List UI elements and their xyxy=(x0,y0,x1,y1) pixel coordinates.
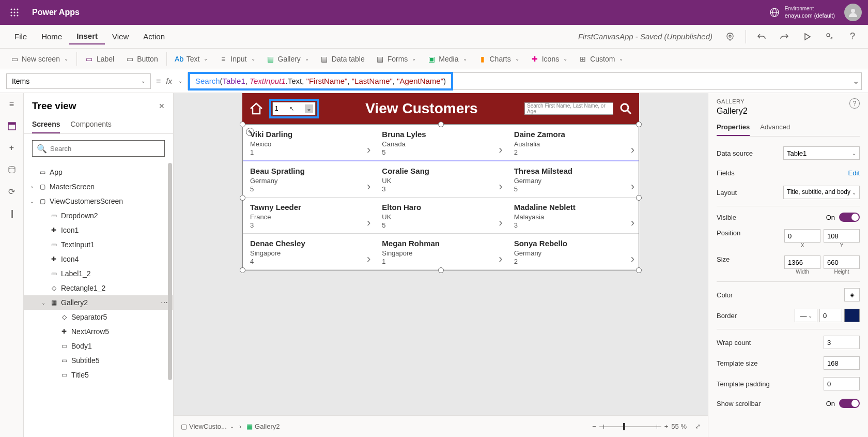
close-icon[interactable]: ✕ xyxy=(159,102,165,110)
gallery-item[interactable]: Megan RohmanSingapore1› xyxy=(375,234,506,269)
templatepadding-input[interactable]: 0 xyxy=(824,377,860,390)
chevron-right-icon[interactable]: › xyxy=(631,180,634,193)
label-button[interactable]: ▭Label xyxy=(80,53,119,65)
new-screen-button[interactable]: ▭New screen⌄ xyxy=(5,53,73,65)
tree-item[interactable]: ▭Dropdown2⋯ xyxy=(24,208,173,223)
menu-home[interactable]: Home xyxy=(34,29,69,44)
undo-icon[interactable] xyxy=(753,28,770,45)
environment-picker[interactable]: Environment enayu.com (default) xyxy=(769,5,835,19)
media-icon[interactable]: ⟳ xyxy=(6,185,18,198)
tab-components[interactable]: Components xyxy=(70,118,111,133)
scrollbar[interactable] xyxy=(168,163,172,380)
home-icon[interactable] xyxy=(249,101,264,116)
chevron-right-icon[interactable]: › xyxy=(499,143,502,157)
height-input[interactable]: 660 xyxy=(824,255,860,269)
gallery-item[interactable]: Tawny LeederFrance3› xyxy=(243,198,375,233)
gallery-selection[interactable]: ✎ Viki DarlingMexico1›Bruna LylesCanada5… xyxy=(242,124,639,270)
formula-input[interactable]: Search(Table1, TextInput1.Text, "FirstNa… xyxy=(188,72,862,90)
dropdown-control[interactable]: 1 ⌄ ↖ xyxy=(272,102,316,115)
tree-item[interactable]: ✚NextArrow5⋯ xyxy=(24,324,173,339)
tree-view-icon[interactable] xyxy=(6,120,18,132)
scrollbar-toggle[interactable] xyxy=(839,399,860,408)
redo-icon[interactable] xyxy=(776,28,793,45)
tree-item[interactable]: ▭Title5⋯ xyxy=(24,368,173,382)
play-icon[interactable] xyxy=(799,28,815,45)
wrapcount-input[interactable]: 3 xyxy=(824,336,860,349)
gallery-item[interactable]: Madaline NeblettMalayasia3› xyxy=(507,198,639,233)
chevron-right-icon[interactable]: › xyxy=(631,252,634,266)
tree-item[interactable]: ▭Body1⋯ xyxy=(24,339,173,353)
tree-item[interactable]: ✚Icon1⋯ xyxy=(24,223,173,237)
input-button[interactable]: ≡Input⌄ xyxy=(214,53,260,65)
media-button[interactable]: ▣Media⌄ xyxy=(422,53,472,65)
datasource-input[interactable]: Table1⌄ xyxy=(783,146,860,160)
gallery-item[interactable]: Viki DarlingMexico1› xyxy=(243,125,375,160)
icons-button[interactable]: ✚Icons⌄ xyxy=(525,53,572,65)
hamburger-icon[interactable]: ≡ xyxy=(6,98,18,111)
button-button[interactable]: ▭Button xyxy=(120,53,163,65)
color-picker[interactable]: ◈ xyxy=(844,288,860,302)
app-checker-icon[interactable] xyxy=(722,28,738,45)
chevron-right-icon[interactable]: › xyxy=(631,143,634,157)
chevron-right-icon[interactable]: › xyxy=(499,180,502,193)
formula-expand-icon[interactable]: ⌄ xyxy=(850,76,861,86)
tree-search-input[interactable] xyxy=(50,145,160,153)
tree-item[interactable]: ◇Rectangle1_2⋯ xyxy=(24,281,173,295)
tab-screens[interactable]: Screens xyxy=(32,118,60,133)
zoom-out-icon[interactable]: − xyxy=(592,423,596,430)
y-input[interactable]: 108 xyxy=(824,229,860,243)
property-selector[interactable]: Items⌄ xyxy=(6,73,151,89)
tree-item[interactable]: ⌄▦Gallery2⋯ xyxy=(24,295,173,310)
data-icon[interactable] xyxy=(6,163,18,176)
menu-action[interactable]: Action xyxy=(136,29,172,44)
gallery-item[interactable]: Bruna LylesCanada5› xyxy=(375,125,506,160)
help-icon[interactable]: ? xyxy=(849,98,860,109)
tree-item[interactable]: ▭TextInput1⋯ xyxy=(24,237,173,252)
gallery-item[interactable]: Daine ZamoraAustralia2› xyxy=(507,125,639,160)
gallery-item[interactable]: Elton HaroUK5› xyxy=(375,198,506,233)
waffle-icon[interactable] xyxy=(6,4,23,21)
tools-icon[interactable]: ‖ xyxy=(6,207,18,219)
tree-item[interactable]: ▭Subtitle5⋯ xyxy=(24,353,173,368)
zoom-in-icon[interactable]: + xyxy=(664,423,669,430)
chevron-right-icon[interactable]: › xyxy=(499,252,502,266)
zoom-slider[interactable] xyxy=(599,426,661,427)
border-color-swatch[interactable] xyxy=(844,309,860,322)
fields-edit-link[interactable]: Edit xyxy=(848,169,860,177)
text-button[interactable]: AbText⌄ xyxy=(170,53,213,65)
tab-advanced[interactable]: Advanced xyxy=(760,121,790,136)
visible-toggle[interactable] xyxy=(839,213,860,222)
breadcrumb-control[interactable]: ▦Gallery2 xyxy=(246,423,280,430)
tree-item[interactable]: ⌄▢ViewCustomersScreen⋯ xyxy=(24,194,173,208)
chevron-right-icon[interactable]: › xyxy=(367,143,370,157)
tree-search[interactable]: 🔍 xyxy=(32,140,165,157)
tree-item[interactable]: ▭Label1_2⋯ xyxy=(24,266,173,281)
canvas-frame[interactable]: 1 ⌄ ↖ View Customers Search First Name, … xyxy=(242,93,639,270)
search-textbox[interactable]: Search First Name, Last Name, or Age xyxy=(524,102,613,115)
chevron-right-icon[interactable]: › xyxy=(367,252,370,266)
chevron-right-icon[interactable]: › xyxy=(367,216,370,230)
datatable-button[interactable]: ▤Data table xyxy=(315,53,370,65)
user-avatar[interactable] xyxy=(844,4,862,21)
charts-button[interactable]: ▮Charts⌄ xyxy=(473,53,524,65)
border-style-input[interactable]: — ⌄ xyxy=(795,309,817,322)
share-icon[interactable] xyxy=(822,28,838,45)
tree-item[interactable]: ✚Icon4⋯ xyxy=(24,252,173,266)
chevron-right-icon[interactable]: › xyxy=(499,216,502,230)
menu-insert[interactable]: Insert xyxy=(69,28,105,44)
tab-properties[interactable]: Properties xyxy=(717,121,750,136)
breadcrumb-screen[interactable]: ▢ViewCusto...⌄ xyxy=(181,423,234,430)
chevron-right-icon[interactable]: › xyxy=(631,216,634,230)
border-width-input[interactable]: 0 xyxy=(819,309,842,322)
x-input[interactable]: 0 xyxy=(784,229,820,243)
gallery-item[interactable]: Sonya RebelloGermany2› xyxy=(507,234,639,269)
fit-icon[interactable]: ⤢ xyxy=(695,423,701,430)
gallery-item[interactable]: Denae ChesleySingapore4› xyxy=(243,234,375,269)
custom-button[interactable]: ⊞Custom⌄ xyxy=(574,53,628,65)
search-icon[interactable] xyxy=(618,101,633,116)
gallery-item[interactable]: Coralie SangUK3› xyxy=(375,161,506,197)
menu-file[interactable]: File xyxy=(7,29,34,44)
add-icon[interactable]: + xyxy=(6,142,18,154)
chevron-right-icon[interactable]: › xyxy=(367,180,370,193)
tree-item[interactable]: ◇Separator5⋯ xyxy=(24,310,173,324)
